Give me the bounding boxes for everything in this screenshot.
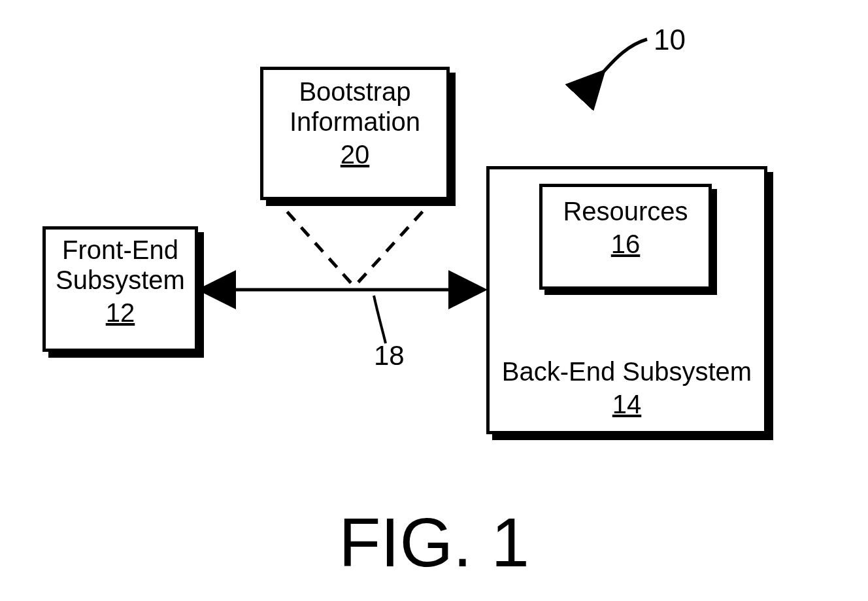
bootstrap-line2: Information	[263, 107, 446, 137]
back-end-box: Resources 16 Back-End Subsystem 14	[486, 166, 767, 434]
leader-link-18	[374, 296, 386, 343]
diagram-canvas: 10 Front-End Subsystem 12 Bootstrap Info…	[0, 0, 868, 601]
front-end-box: Front-End Subsystem 12	[42, 226, 198, 352]
link-ref-label: 18	[374, 340, 405, 371]
resources-box: Resources 16	[539, 184, 712, 290]
bootstrap-ref: 20	[263, 139, 446, 169]
back-end-ref: 14	[490, 389, 764, 419]
front-end-line1: Front-End	[46, 235, 195, 265]
resources-line1: Resources	[542, 196, 709, 226]
bootstrap-line1: Bootstrap	[263, 77, 446, 107]
figure-label: FIG. 1	[0, 504, 868, 582]
back-end-label-group: Back-End Subsystem 14	[490, 356, 764, 419]
bootstrap-box: Bootstrap Information 20	[260, 67, 450, 200]
back-end-line1: Back-End Subsystem	[490, 356, 764, 386]
front-end-line2: Subsystem	[46, 265, 195, 295]
leader-arrow-system	[603, 39, 647, 72]
resources-ref: 16	[542, 229, 709, 259]
dashed-left	[273, 196, 353, 285]
dashed-right	[356, 196, 437, 285]
system-ref-label: 10	[654, 24, 686, 56]
front-end-ref: 12	[46, 298, 195, 328]
